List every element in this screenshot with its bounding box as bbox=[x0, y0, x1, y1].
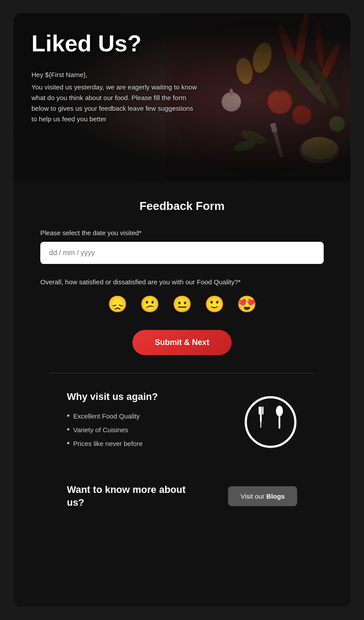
emoji-row: 😞 😕 😐 🙂 😍 bbox=[40, 294, 324, 314]
date-label: Please select the date you visited* bbox=[40, 229, 324, 236]
hero-greeting: Hey ${First Name}, bbox=[31, 70, 198, 80]
svg-rect-29 bbox=[259, 407, 260, 415]
svg-rect-30 bbox=[262, 407, 263, 415]
list-item-2: Variety of Cuisines bbox=[67, 425, 226, 434]
emoji-satisfied[interactable]: 🙂 bbox=[203, 294, 226, 314]
hero-message: You visited us yesterday, we are eagerly… bbox=[31, 82, 198, 124]
emoji-very-satisfied[interactable]: 😍 bbox=[235, 294, 259, 314]
page-container: Liked Us? Hey ${First Name}, You visited… bbox=[14, 13, 350, 607]
svg-rect-31 bbox=[260, 415, 261, 428]
list-item-3: Prices like never before bbox=[67, 439, 226, 448]
emoji-very-dissatisfied[interactable]: 😞 bbox=[106, 294, 129, 314]
svg-point-27 bbox=[246, 397, 295, 447]
submit-btn-wrap: Submit & Next bbox=[40, 330, 324, 355]
hero-title: Liked Us? bbox=[31, 31, 198, 56]
list-item-1: Excellent Food Quality bbox=[67, 411, 226, 421]
blog-section: Want to know more about us? Visit our Bl… bbox=[40, 470, 324, 535]
why-visit-section: Why visit us again? Excellent Food Quali… bbox=[40, 391, 324, 470]
hero-content: Liked Us? Hey ${First Name}, You visited… bbox=[14, 13, 216, 142]
submit-next-button[interactable]: Submit & Next bbox=[132, 330, 231, 355]
emoji-neutral[interactable]: 😐 bbox=[170, 294, 194, 314]
why-list: Excellent Food Quality Variety of Cuisin… bbox=[67, 411, 226, 448]
form-section: Feedback Form Please select the date you… bbox=[14, 182, 350, 553]
section-divider bbox=[49, 373, 315, 373]
blog-btn-highlight: Blogs bbox=[266, 492, 285, 500]
blog-section-title: Want to know more about us? bbox=[67, 484, 191, 509]
emoji-dissatisfied[interactable]: 😕 bbox=[138, 294, 162, 314]
form-title: Feedback Form bbox=[40, 199, 324, 213]
why-title: Why visit us again? bbox=[67, 391, 226, 403]
svg-rect-33 bbox=[279, 416, 280, 429]
hero-banner: Liked Us? Hey ${First Name}, You visited… bbox=[14, 13, 350, 182]
why-content: Why visit us again? Excellent Food Quali… bbox=[67, 391, 226, 453]
visit-blogs-button[interactable]: Visit our Blogs bbox=[228, 486, 297, 506]
restaurant-icon bbox=[244, 395, 297, 449]
hero-body: Hey ${First Name}, You visited us yester… bbox=[31, 70, 198, 124]
date-input[interactable] bbox=[40, 242, 324, 264]
blog-btn-prefix: Visit our bbox=[240, 492, 266, 500]
svg-point-32 bbox=[276, 406, 283, 416]
satisfaction-label: Overall, how satisfied or dissatisfied a… bbox=[40, 278, 324, 286]
